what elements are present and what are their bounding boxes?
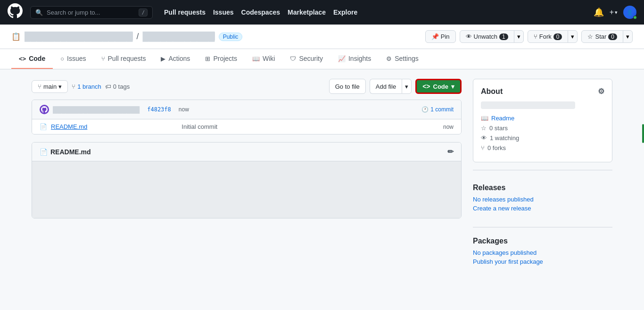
repo-visibility-badge: Public	[219, 33, 243, 41]
star-label: Star	[595, 33, 606, 40]
go-to-file-button[interactable]: Go to file	[329, 79, 366, 94]
commit-count-link[interactable]: 🕐 1 commit	[421, 106, 454, 113]
tab-code[interactable]: <> Code	[11, 49, 53, 69]
tab-pull-requests[interactable]: ⑂ Pull requests	[94, 49, 154, 69]
unwatch-button[interactable]: 👁 Unwatch 1	[460, 30, 514, 43]
tab-security[interactable]: 🛡 Security	[282, 49, 330, 69]
tab-projects[interactable]: ⊞ Projects	[198, 49, 245, 69]
releases-section: Releases No releases published Create a …	[473, 176, 612, 221]
latest-commit-row: ████████████████████ f4823f8 now 🕐 1 com…	[32, 100, 461, 119]
readme-title: README.md	[50, 148, 91, 156]
forks-stat-label: 0 forks	[487, 144, 506, 151]
tab-wiki[interactable]: 📖 Wiki	[245, 49, 282, 69]
tab-actions-label: Actions	[168, 55, 190, 62]
pin-label: Pin	[441, 33, 450, 40]
about-section: About ⚙ 📖 Readme ☆ 0 stars 👁 1 watching …	[473, 79, 612, 162]
repo-type-icon: 📋	[11, 32, 21, 41]
fork-label: Fork	[539, 33, 552, 40]
branch-right: Go to file Add file ▾ <> Code ▾	[329, 79, 462, 94]
commit-username: ████████████████████	[53, 106, 140, 113]
nav-codespaces[interactable]: Codespaces	[241, 8, 280, 16]
sidebar-divider-1	[473, 170, 612, 170]
fork-count: 0	[553, 34, 562, 40]
code-button[interactable]: <> Code ▾	[415, 79, 462, 94]
about-settings-icon[interactable]: ⚙	[598, 87, 604, 96]
no-releases-link[interactable]: No releases published	[473, 196, 612, 203]
branch-selector[interactable]: ⑂ main ▾	[32, 80, 68, 93]
committer-avatar	[40, 105, 49, 114]
branch-count-link[interactable]: ⑂ 1 branch	[72, 83, 101, 90]
unwatch-dropdown[interactable]: ▾	[514, 30, 524, 43]
about-stat-stars: ☆ 0 stars	[481, 125, 604, 132]
history-icon: 🕐	[421, 106, 429, 113]
code-button-label: Code	[433, 83, 449, 90]
create-button[interactable]: + ▾	[610, 8, 618, 17]
user-avatar[interactable]: 👤	[623, 6, 636, 19]
packages-title: Packages	[473, 237, 612, 245]
github-logo[interactable]	[8, 3, 23, 21]
unwatch-label: Unwatch	[474, 33, 498, 40]
repo-sidebar: About ⚙ 📖 Readme ☆ 0 stars 👁 1 watching …	[473, 79, 612, 267]
tab-projects-label: Projects	[213, 55, 237, 62]
create-release-link[interactable]: Create a new release	[473, 205, 612, 212]
fork-button[interactable]: ⑂ Fork 0	[528, 30, 569, 43]
main-content: ⑂ main ▾ ⑂ 1 branch 🏷 0 tags Go to file	[20, 69, 624, 276]
star-button[interactable]: ☆ Star 0	[581, 30, 623, 43]
branch-left: ⑂ main ▾ ⑂ 1 branch 🏷 0 tags	[32, 80, 130, 93]
security-tab-icon: 🛡	[290, 55, 296, 62]
actions-tab-icon: ▶	[161, 55, 165, 62]
notifications-icon[interactable]: 🔔	[594, 7, 604, 17]
tags-count-label: 0 tags	[113, 83, 130, 90]
tab-actions[interactable]: ▶ Actions	[153, 49, 198, 69]
add-file-dropdown[interactable]: ▾	[402, 79, 412, 94]
add-file-group: Add file ▾	[370, 79, 412, 94]
repo-name[interactable]: ████████████	[143, 32, 215, 42]
repo-owner[interactable]: ██████████████████	[25, 32, 133, 42]
commit-hash[interactable]: f4823f8	[147, 106, 171, 113]
readme-link[interactable]: Readme	[491, 115, 514, 122]
watching-stat-icon: 👁	[481, 134, 487, 142]
nav-issues[interactable]: Issues	[213, 8, 234, 16]
code-button-group: <> Code ▾	[415, 79, 462, 94]
file-name-link[interactable]: README.md	[51, 123, 182, 130]
fork-dropdown[interactable]: ▾	[568, 30, 578, 43]
tab-settings[interactable]: ⚙ Settings	[379, 49, 426, 69]
star-dropdown[interactable]: ▾	[623, 30, 633, 43]
search-box[interactable]: 🔍 Search or jump to... /	[30, 6, 153, 19]
no-packages-link[interactable]: No packages published	[473, 249, 612, 256]
tags-count-link[interactable]: 🏷 0 tags	[105, 83, 130, 90]
about-title: About ⚙	[481, 87, 604, 96]
pin-button[interactable]: 📌 Pin	[425, 30, 456, 43]
star-icon: ☆	[587, 33, 593, 40]
star-stat-icon: ☆	[481, 125, 487, 132]
branch-count-label: 1 branch	[77, 83, 101, 90]
add-file-button[interactable]: Add file	[370, 79, 402, 94]
star-stat-label: 0 stars	[489, 125, 508, 132]
readme-edit-button[interactable]: ✏	[447, 147, 454, 156]
about-stat-forks: ⑂ 0 forks	[481, 144, 604, 151]
tab-insights-label: Insights	[348, 55, 371, 62]
tab-issues[interactable]: ○ Issues	[53, 49, 93, 69]
repo-header: 📋 ██████████████████ / ████████████ Publ…	[0, 25, 644, 49]
tab-issues-label: Issues	[67, 55, 86, 62]
tab-settings-label: Settings	[395, 55, 419, 62]
nav-explore[interactable]: Explore	[333, 8, 357, 16]
repo-main: ⑂ main ▾ ⑂ 1 branch 🏷 0 tags Go to file	[32, 79, 462, 267]
settings-tab-icon: ⚙	[386, 55, 392, 62]
commit-count[interactable]: 1 commit	[430, 106, 454, 113]
table-row: 📄 README.md Initial commit now	[32, 119, 461, 134]
repo-title: 📋 ██████████████████ / ████████████ Publ…	[11, 32, 242, 42]
nav-links: Pull requests Issues Codespaces Marketpl…	[164, 8, 357, 16]
publish-package-link[interactable]: Publish your first package	[473, 258, 612, 265]
nav-marketplace[interactable]: Marketplace	[288, 8, 326, 16]
code-button-icon: <>	[422, 83, 430, 90]
tag-icon: 🏷	[105, 83, 111, 90]
file-time: now	[443, 124, 454, 130]
file-commit-msg: Initial commit	[182, 123, 443, 130]
about-description-placeholder	[481, 101, 575, 109]
branches-icon: ⑂	[72, 83, 75, 90]
tab-insights[interactable]: 📈 Insights	[330, 49, 379, 69]
forks-stat-icon: ⑂	[481, 144, 485, 151]
nav-pull-requests[interactable]: Pull requests	[164, 8, 206, 16]
watching-stat-label: 1 watching	[490, 134, 519, 142]
